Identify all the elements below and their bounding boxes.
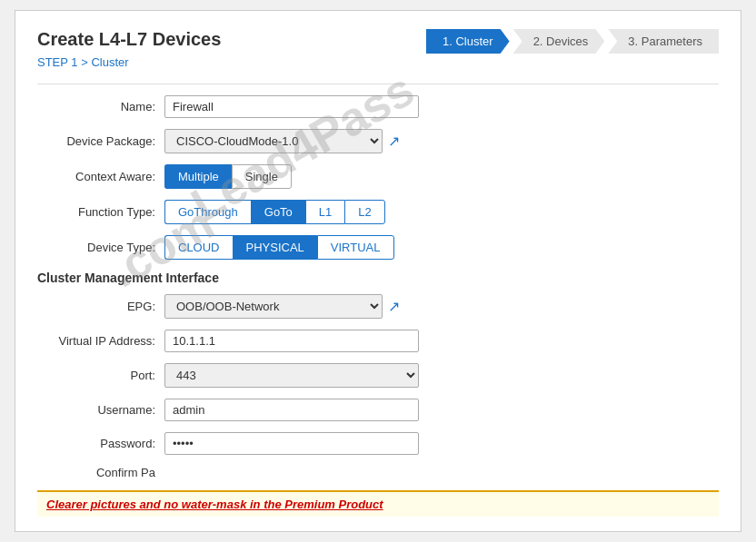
password-label: Password:: [37, 437, 164, 450]
step-navigation: 1. Cluster 2. Devices 3. Parameters: [426, 29, 719, 54]
function-type-row: Function Type: GoThrough GoTo L1 L2: [37, 200, 719, 224]
main-container: Lead4Pass .com 1. Cluster 2. Devices 3. …: [15, 10, 741, 532]
username-row: Username:: [37, 399, 719, 421]
context-aware-multiple-btn[interactable]: Multiple: [164, 164, 232, 189]
function-type-gothrough-btn[interactable]: GoThrough: [164, 200, 251, 224]
context-aware-label: Context Aware:: [37, 170, 164, 183]
device-type-row: Device Type: CLOUD PHYSICAL VIRTUAL: [37, 235, 719, 260]
function-type-goto-btn[interactable]: GoTo: [251, 200, 305, 224]
device-package-select[interactable]: CISCO-CloudMode-1.0: [164, 129, 383, 153]
cluster-mgmt-section-title: Cluster Management Interface: [37, 271, 719, 285]
confirm-password-label: Confirm Pa: [37, 466, 164, 479]
epg-row: EPG: OOB/OOB-Network ↗: [37, 294, 719, 319]
epg-select[interactable]: OOB/OOB-Network: [164, 294, 383, 319]
port-wrapper: 443: [164, 363, 419, 388]
device-type-cloud-btn[interactable]: CLOUD: [164, 235, 233, 260]
device-type-group: CLOUD PHYSICAL VIRTUAL: [164, 235, 394, 260]
epg-label: EPG:: [37, 300, 164, 313]
username-input[interactable]: [164, 399, 419, 421]
device-package-label: Device Package:: [37, 134, 164, 148]
virtual-ip-input[interactable]: [164, 330, 419, 352]
context-aware-single-btn[interactable]: Single: [232, 164, 292, 189]
step-devices[interactable]: 2. Devices: [513, 29, 605, 54]
name-label: Name:: [37, 100, 164, 113]
username-label: Username:: [37, 403, 164, 417]
function-type-group: GoThrough GoTo L1 L2: [164, 200, 385, 224]
function-type-l1-btn[interactable]: L1: [305, 200, 344, 224]
context-aware-row: Context Aware: Multiple Single: [37, 164, 719, 189]
divider-top: [37, 84, 719, 84]
step-cluster[interactable]: 1. Cluster: [426, 29, 510, 54]
virtual-ip-label: Virtual IP Address:: [37, 334, 164, 348]
premium-product-text: Clearer pictures and no water-mask in th…: [46, 498, 383, 511]
password-input[interactable]: [164, 432, 419, 455]
password-row: Password:: [37, 432, 719, 455]
port-select[interactable]: 443: [164, 363, 419, 388]
function-type-l2-btn[interactable]: L2: [344, 200, 384, 224]
virtual-ip-row: Virtual IP Address:: [37, 330, 719, 352]
port-row: Port: 443: [37, 363, 719, 388]
device-type-virtual-btn[interactable]: VIRTUAL: [317, 235, 394, 260]
device-type-label: Device Type:: [37, 241, 164, 254]
device-type-physical-btn[interactable]: PHYSICAL: [233, 235, 317, 260]
function-type-label: Function Type:: [37, 205, 164, 219]
bottom-banner: Clearer pictures and no water-mask in th…: [37, 490, 719, 517]
epg-wrapper: OOB/OOB-Network ↗: [164, 294, 400, 319]
port-label: Port:: [37, 369, 164, 382]
confirm-password-row: Confirm Pa: [37, 466, 719, 479]
device-package-link-icon[interactable]: ↗: [388, 133, 400, 150]
context-aware-group: Multiple Single: [164, 164, 292, 189]
device-package-wrapper: CISCO-CloudMode-1.0 ↗: [164, 129, 400, 153]
step-parameters[interactable]: 3. Parameters: [608, 29, 719, 54]
device-package-row: Device Package: CISCO-CloudMode-1.0 ↗: [37, 129, 719, 153]
breadcrumb: STEP 1 > Cluster: [37, 55, 719, 69]
name-input[interactable]: [164, 95, 419, 118]
name-row: Name:: [37, 95, 719, 118]
epg-link-icon[interactable]: ↗: [388, 298, 400, 315]
